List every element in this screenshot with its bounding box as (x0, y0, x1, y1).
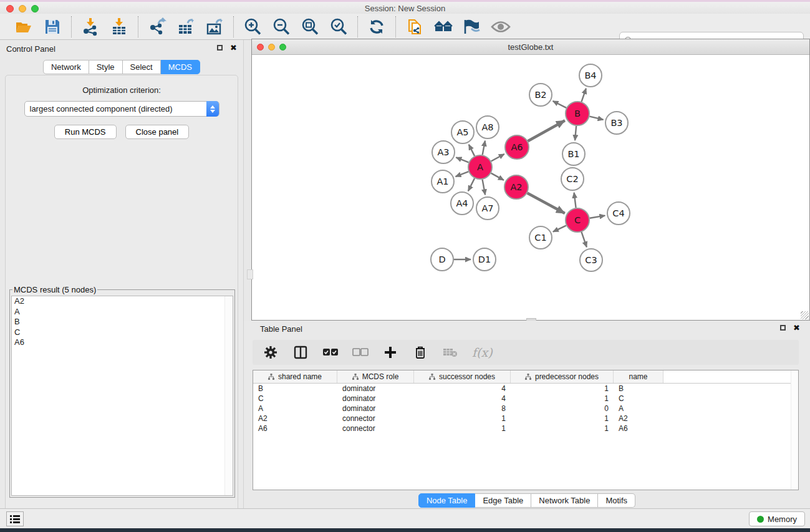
column-header-MCDS-role[interactable]: MCDS role (337, 370, 414, 383)
graph-node-C2[interactable]: C2 (561, 168, 584, 190)
graph-edge-A6-B[interactable] (528, 120, 564, 141)
graph-edge-A-A2[interactable] (491, 173, 504, 180)
graph-node-C4[interactable]: C4 (607, 202, 630, 225)
network-window-titlebar[interactable]: testGlobe.txt (252, 39, 809, 55)
column-header-shared-name[interactable]: shared name (253, 370, 337, 383)
tab-mcds[interactable]: MCDS (161, 60, 200, 74)
graph-node-A4[interactable]: A4 (451, 192, 473, 215)
graph-node-B3[interactable]: B3 (605, 112, 628, 134)
run-mcds-button[interactable]: Run MCDS (54, 125, 117, 139)
graph-edge-B-B1[interactable] (575, 126, 576, 140)
graph-node-C3[interactable]: C3 (580, 249, 602, 271)
window-resize-grip[interactable] (801, 311, 809, 319)
tab-select[interactable]: Select (123, 60, 161, 74)
tab-node-table[interactable]: Node Table (418, 493, 476, 508)
tab-style[interactable]: Style (89, 60, 123, 74)
graph-edge-A-A3[interactable] (456, 157, 468, 162)
mcds-result-item[interactable]: B (12, 317, 233, 327)
graph-node-B4[interactable]: B4 (579, 64, 602, 87)
close-panel-button[interactable]: Close panel (125, 125, 190, 139)
table-scrollbar[interactable] (791, 370, 798, 490)
graph-edge-C-C1[interactable] (553, 226, 566, 232)
graph-node-C[interactable]: C (566, 208, 589, 232)
function-builder-icon[interactable]: f(x) (472, 344, 493, 360)
table-row[interactable]: Bdominator41B (253, 384, 798, 394)
criterion-dropdown[interactable]: largest connected component (directed) (24, 101, 219, 117)
duplicate-network-icon[interactable] (405, 17, 425, 37)
graph-edge-B-B3[interactable] (589, 117, 603, 120)
table-row[interactable]: Adominator80A (253, 404, 798, 414)
export-table-icon[interactable] (176, 17, 196, 37)
import-network-icon[interactable] (80, 17, 100, 37)
table-row[interactable]: A6connector11A6 (253, 423, 798, 433)
graph-edge-A-A8[interactable] (483, 141, 485, 155)
float-table-panel-icon[interactable] (780, 325, 786, 331)
graph-edge-C-C3[interactable] (582, 232, 587, 247)
memory-button[interactable]: Memory (749, 511, 805, 526)
open-file-icon[interactable] (14, 17, 34, 37)
graph-edge-A-A1[interactable] (456, 172, 469, 177)
graph-node-D[interactable]: D (431, 248, 453, 271)
add-column-icon[interactable] (382, 344, 398, 360)
graph-edge-A-A4[interactable] (468, 178, 475, 191)
tab-motifs[interactable]: Motifs (598, 493, 635, 508)
select-all-columns-icon[interactable] (322, 344, 339, 360)
graph-edge-C-C4[interactable] (590, 216, 605, 218)
mcds-result-item[interactable]: C (12, 327, 233, 338)
refresh-layout-icon[interactable] (367, 17, 387, 37)
graph-node-A3[interactable]: A3 (432, 141, 455, 163)
table-options-gear-icon[interactable] (263, 344, 279, 360)
graph-edge-A-A7[interactable] (483, 180, 485, 195)
graph-edge-B-B2[interactable] (553, 101, 567, 108)
float-panel-icon[interactable] (217, 45, 223, 51)
tab-edge-table[interactable]: Edge Table (475, 493, 531, 508)
mcds-result-item[interactable]: A2 (12, 296, 233, 307)
graph-node-A6[interactable]: A6 (505, 135, 529, 159)
graph-node-D1[interactable]: D1 (473, 248, 496, 271)
canvas-vertical-scrollbar[interactable] (247, 269, 253, 279)
zoom-fit-icon[interactable] (300, 17, 320, 37)
mcds-result-item[interactable]: A6 (12, 337, 233, 348)
delete-column-icon[interactable] (412, 344, 428, 360)
graph-node-B2[interactable]: B2 (529, 84, 552, 106)
network-canvas[interactable]: AA1A2A3A4A5A6A7A8BB1B2B3B4CC1C2C3C4DD1 (252, 55, 809, 320)
zoom-out-icon[interactable] (271, 17, 291, 37)
split-columns-icon[interactable] (292, 344, 309, 360)
show-hide-icon[interactable] (462, 17, 482, 37)
table-row[interactable]: Cdominator41C (253, 394, 798, 404)
column-header-predecessor-nodes[interactable]: predecessor nodes (511, 370, 614, 383)
column-header-successor-nodes[interactable]: successor nodes (414, 370, 511, 383)
first-neighbors-icon[interactable] (433, 17, 453, 37)
mcds-result-item[interactable]: A (12, 307, 233, 317)
graph-edge-A-A5[interactable] (469, 145, 475, 156)
close-table-panel-icon[interactable]: ✖ (793, 324, 800, 331)
column-header-name[interactable]: name (614, 370, 663, 383)
graph-node-B[interactable]: B (566, 102, 589, 125)
zoom-selected-icon[interactable] (329, 17, 349, 37)
graph-node-A5[interactable]: A5 (451, 121, 474, 143)
graph-node-B1[interactable]: B1 (562, 143, 585, 165)
export-image-icon[interactable] (205, 17, 224, 37)
zoom-in-icon[interactable] (243, 17, 263, 37)
table-row[interactable]: A2connector11A2 (253, 414, 798, 423)
graph-edge-C-C2[interactable] (574, 193, 576, 208)
task-history-button[interactable] (6, 511, 24, 526)
graph-node-A7[interactable]: A7 (476, 197, 499, 220)
graph-node-A1[interactable]: A1 (432, 170, 454, 193)
graph-node-A2[interactable]: A2 (504, 175, 528, 199)
graph-edge-A-A6[interactable] (491, 154, 504, 161)
tab-network-table[interactable]: Network Table (531, 493, 598, 508)
delete-table-icon[interactable] (442, 344, 458, 360)
save-session-icon[interactable] (42, 17, 62, 37)
close-panel-icon[interactable]: ✖ (230, 44, 237, 51)
import-table-icon[interactable] (109, 17, 129, 37)
list-scrollbar[interactable] (224, 296, 233, 495)
graph-node-A8[interactable]: A8 (476, 116, 499, 138)
mcds-result-list[interactable]: A2ABCA6 (11, 296, 233, 496)
eye-icon[interactable] (491, 17, 511, 37)
graph-node-A[interactable]: A (468, 155, 492, 179)
graph-edge-B-B4[interactable] (582, 89, 586, 102)
tab-network[interactable]: Network (43, 60, 89, 74)
graph-node-C1[interactable]: C1 (529, 226, 552, 249)
export-network-icon[interactable] (147, 17, 167, 37)
